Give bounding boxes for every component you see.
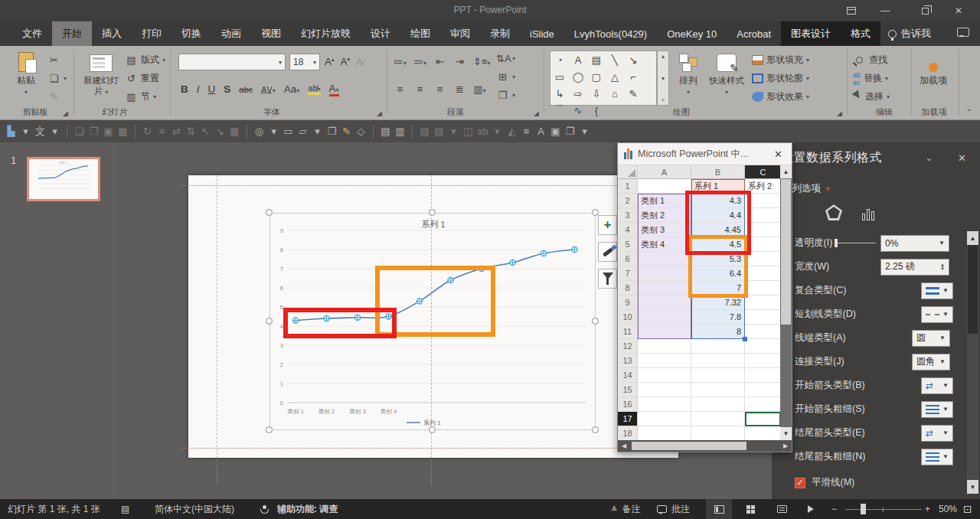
selection-handle-se[interactable] [592, 426, 599, 433]
add-text-icon[interactable]: A [534, 126, 547, 137]
right-arrow-shape-icon[interactable]: ⇨ [569, 85, 587, 102]
align-right-icon[interactable]: ≡ [433, 83, 446, 95]
align-left-icon[interactable]: ≡ [394, 83, 407, 95]
sheet-row-10[interactable]: 107.8 [618, 310, 782, 325]
dropdown-开始箭头类型(B)[interactable]: ⇄▼ [921, 377, 953, 394]
chart-styles-button[interactable] [598, 242, 617, 262]
text-direction-icon[interactable]: ⇅A▾ [496, 51, 515, 67]
comments-icon[interactable] [957, 28, 969, 37]
copy-icon[interactable]: ❏ [47, 73, 60, 84]
format-painter-icon[interactable]: ✎ [47, 91, 60, 103]
chart-elements-button[interactable]: + [598, 215, 617, 235]
tab-绘图[interactable]: 绘图 [400, 21, 440, 46]
tab-切换[interactable]: 切换 [172, 21, 211, 46]
text-style-box-icon[interactable]: 文 [34, 125, 47, 139]
shape-gallery[interactable]: ◔A▤╲↘▭◯▢△⌐↳⇨⇩⌂✎⌒∿{ [550, 51, 657, 106]
accessibility-icon[interactable] [260, 499, 269, 519]
sheet-row-2[interactable]: 2类别 14.3 [618, 194, 782, 208]
highlight-color-icon[interactable]: ab̸▾ [308, 83, 320, 95]
collapse-ribbon-icon[interactable]: ⌃ [966, 108, 972, 116]
cell-C16[interactable] [745, 397, 782, 412]
cell-C3[interactable] [745, 208, 782, 223]
cell-B2[interactable]: 4.3 [691, 194, 745, 208]
ribbon-display-options-icon[interactable] [836, 0, 867, 21]
tab-审阅[interactable]: 审阅 [440, 21, 480, 46]
caret-icon[interactable]: ▾ [311, 126, 324, 137]
brace-shape-icon[interactable]: { [587, 102, 606, 119]
find-button[interactable]: 查找 [856, 52, 887, 68]
replace-button[interactable]: abac替换▾ [853, 70, 888, 86]
font-dialog-launcher-icon[interactable]: ◢ [377, 109, 382, 117]
new-slide-button[interactable]: 新建幻灯片 ▾ [80, 49, 122, 98]
bold-icon[interactable]: B [181, 83, 188, 95]
zoom-in-button[interactable]: + [925, 499, 930, 519]
italic-icon[interactable]: I [197, 83, 200, 95]
selection-handle-s[interactable] [429, 426, 436, 433]
series-options-chart-icon[interactable] [862, 209, 874, 220]
sheet-row-5[interactable]: 5类别 44.5 [618, 237, 782, 252]
replace-text-icon[interactable]: ab [476, 126, 489, 137]
quick-styles-button[interactable]: 快速样式▾ [706, 49, 747, 98]
cell-B15[interactable] [691, 383, 745, 397]
tab-打印[interactable]: 打印 [132, 21, 172, 46]
decrease-indent-icon[interactable]: ⇤ [433, 56, 446, 67]
cell-C7[interactable] [745, 266, 782, 281]
row-header-18[interactable]: 18 [618, 426, 638, 441]
cell-A9[interactable] [638, 295, 691, 310]
cell-A3[interactable]: 类别 2 [638, 208, 691, 223]
dropdown-线端类型(A)[interactable]: 圆▼ [912, 330, 950, 347]
sheet-rows[interactable]: 1系列 1系列 22类别 14.33类别 24.44类别 34.455类别 44… [618, 179, 782, 441]
columns-icon[interactable]: ▥▾ [473, 83, 486, 95]
text-box-vertical-icon[interactable]: ▥ [394, 126, 407, 137]
tab-幻灯片放映[interactable]: 幻灯片放映 [291, 21, 361, 46]
column-header-C[interactable]: C [745, 165, 782, 179]
sheet-row-15[interactable]: 15 [618, 383, 782, 397]
cell-A6[interactable] [638, 252, 691, 266]
cell-A12[interactable] [638, 339, 691, 354]
bring-forward-icon[interactable]: ❏ [73, 126, 86, 137]
tab-设计[interactable]: 设计 [361, 21, 400, 46]
caret-icon[interactable]: ▾ [491, 126, 504, 137]
rounded-rectangle-shape-icon[interactable]: ▢ [587, 68, 606, 85]
cell-A10[interactable] [638, 310, 691, 325]
cell-C2[interactable] [745, 194, 782, 208]
merge-icon[interactable]: ◫ [462, 126, 475, 137]
data-sheet-window[interactable]: Microsoft PowerPoint 中... ✕ ABC 1系列 1系列 … [617, 142, 792, 452]
dropdown-连接类型(J)[interactable]: 圆角▼ [912, 354, 950, 370]
clear-format-icon[interactable]: A̷ [356, 56, 363, 67]
sheet-row-11[interactable]: 118 [618, 325, 782, 339]
hscroll-thumb[interactable] [632, 442, 746, 450]
font-color-icon[interactable]: A▾ [329, 83, 339, 96]
cell-B13[interactable] [691, 354, 745, 368]
row-header-11[interactable]: 11 [618, 325, 638, 339]
align-text-icon[interactable]: ⊞▾ [496, 69, 515, 85]
smooth-line-checkbox[interactable]: ✓ [795, 478, 805, 488]
cell-A15[interactable] [638, 383, 691, 397]
pie-shape-shape-icon[interactable]: ◔ [550, 51, 569, 68]
row-header-10[interactable]: 10 [618, 310, 638, 325]
cell-B3[interactable]: 4.4 [691, 208, 745, 223]
shape-fill-button[interactable]: 形状填充▾ [752, 52, 809, 68]
distribute-vertical-icon[interactable]: ⇅ [185, 126, 198, 137]
sheet-vertical-scrollbar[interactable]: ▲ ▼ [780, 165, 792, 440]
send-to-back-icon[interactable]: ▩ [116, 126, 129, 137]
accessibility-status[interactable]: 辅助功能: 调查 [277, 499, 338, 519]
shrink-font-icon[interactable]: A▾ [341, 56, 351, 67]
triangle-shape-icon[interactable]: △ [606, 68, 624, 85]
cell-C6[interactable] [745, 252, 782, 266]
cell-C13[interactable] [745, 354, 782, 368]
row-header-17[interactable]: 17 [618, 412, 638, 426]
tab-iSlide[interactable]: iSlide [520, 21, 564, 46]
pane-scroll-down-icon[interactable]: ▼ [967, 480, 978, 494]
shape-change-icon[interactable]: ▱ [296, 126, 309, 137]
cut-icon[interactable]: ✂ [47, 54, 60, 66]
zoom-slider-track[interactable] [845, 509, 922, 510]
caret-icon[interactable]: ▾ [19, 126, 32, 137]
fit-to-window-icon[interactable]: ⊡ [963, 499, 972, 519]
row-header-9[interactable]: 9 [618, 295, 638, 310]
sheet-row-6[interactable]: 65.3 [618, 252, 782, 266]
font-name-combo[interactable]: ▾ [178, 54, 286, 70]
shadow-icon[interactable]: S [224, 83, 230, 95]
language-indicator[interactable]: 简体中文(中国大陆) [155, 499, 234, 519]
add-bullets-icon[interactable]: ≡ [520, 126, 533, 137]
